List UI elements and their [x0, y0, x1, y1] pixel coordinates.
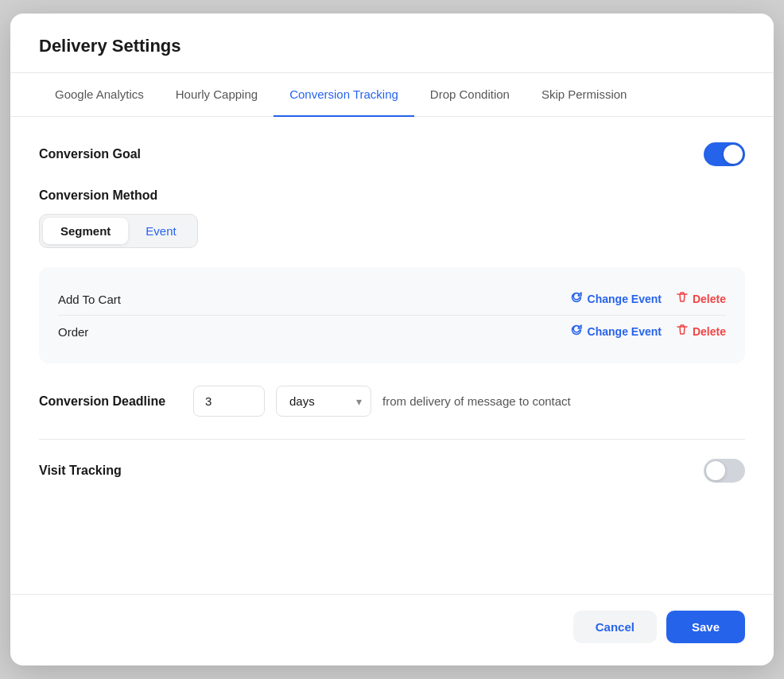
tab-drop-condition[interactable]: Drop Condition: [414, 73, 526, 117]
events-box: Add To Cart Change Event: [39, 267, 745, 363]
delete-label-1: Delete: [693, 293, 726, 305]
toggle-knob: [724, 145, 743, 164]
conversion-goal-label: Conversion Goal: [39, 147, 141, 161]
modal-title: Delivery Settings: [39, 36, 181, 56]
event-row-add-to-cart: Add To Cart Change Event: [58, 283, 726, 315]
modal-body: Conversion Goal Conversion Method Segmen…: [10, 117, 774, 594]
method-segment-btn[interactable]: Segment: [43, 218, 128, 244]
conversion-goal-row: Conversion Goal: [39, 142, 745, 166]
delete-label-2: Delete: [693, 325, 726, 338]
delete-btn-add-to-cart[interactable]: Delete: [676, 291, 726, 307]
tab-conversion-tracking[interactable]: Conversion Tracking: [274, 73, 414, 117]
event-name-order: Order: [58, 325, 88, 339]
deadline-unit-select[interactable]: days hours minutes: [276, 386, 371, 417]
deadline-input[interactable]: [193, 386, 265, 417]
tab-google-analytics[interactable]: Google Analytics: [39, 73, 160, 117]
tab-skip-permission[interactable]: Skip Permission: [526, 73, 643, 117]
event-actions-add-to-cart: Change Event Delete: [570, 291, 726, 307]
event-row-order: Order Change Event: [58, 315, 726, 347]
change-event-icon-2: [570, 324, 583, 340]
visit-tracking-knob: [706, 461, 725, 480]
trash-icon-1: [676, 291, 689, 307]
cancel-button[interactable]: Cancel: [573, 611, 657, 643]
visit-tracking-row: Visit Tracking: [39, 459, 745, 483]
modal-footer: Cancel Save: [10, 594, 774, 665]
change-event-label-2: Change Event: [588, 325, 662, 338]
method-button-group: Segment Event: [39, 214, 198, 248]
conversion-deadline-row: Conversion Deadline days hours minutes f…: [39, 386, 745, 417]
deadline-suffix: from delivery of message to contact: [382, 394, 571, 408]
tab-bar: Google Analytics Hourly Capping Conversi…: [10, 73, 774, 117]
conversion-method-section: Conversion Method Segment Event: [39, 188, 745, 248]
event-name-add-to-cart: Add To Cart: [58, 293, 121, 306]
change-event-label-1: Change Event: [588, 293, 662, 305]
visit-tracking-label: Visit Tracking: [39, 464, 122, 478]
visit-tracking-toggle[interactable]: [704, 459, 745, 483]
event-actions-order: Change Event Delete: [570, 324, 726, 340]
conversion-goal-toggle[interactable]: [704, 142, 745, 166]
save-button[interactable]: Save: [666, 611, 745, 643]
change-event-btn-order[interactable]: Change Event: [570, 324, 662, 340]
conversion-deadline-label: Conversion Deadline: [39, 394, 182, 409]
method-event-btn[interactable]: Event: [128, 218, 193, 244]
modal-header: Delivery Settings: [10, 14, 774, 73]
change-event-icon-1: [570, 291, 583, 307]
deadline-unit-wrapper: days hours minutes: [276, 386, 371, 417]
change-event-btn-add-to-cart[interactable]: Change Event: [570, 291, 662, 307]
delete-btn-order[interactable]: Delete: [676, 324, 726, 340]
tab-hourly-capping[interactable]: Hourly Capping: [160, 73, 274, 117]
conversion-method-label: Conversion Method: [39, 188, 745, 203]
divider: [39, 439, 745, 440]
trash-icon-2: [676, 324, 689, 340]
delivery-settings-modal: Delivery Settings Google Analytics Hourl…: [10, 14, 774, 665]
